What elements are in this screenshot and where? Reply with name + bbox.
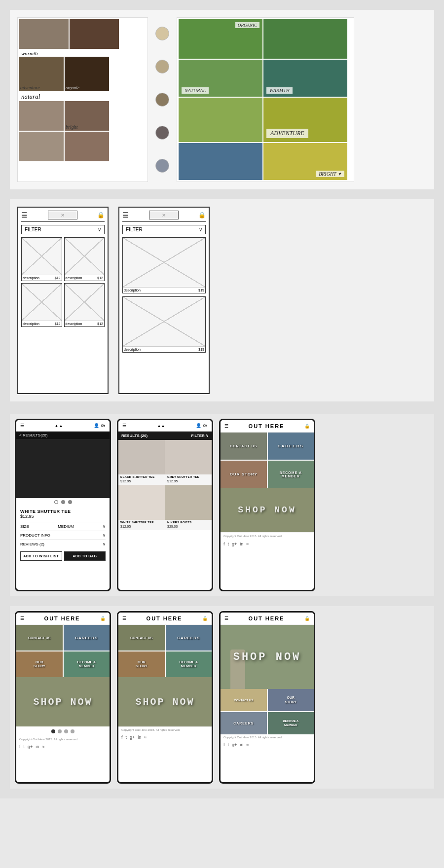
mp2-item-2[interactable]: GREY SHUTTER TEE $12.95 xyxy=(165,440,212,485)
mp2-person-icon[interactable]: 👤 xyxy=(196,423,201,428)
mp3-rss-icon[interactable]: ≈ xyxy=(246,542,249,546)
mp3-shop-now[interactable]: SHOP NOW xyxy=(221,488,314,532)
wf-item-4[interactable]: description $12 xyxy=(64,283,105,327)
mp5-shop-now[interactable]: SHOP NOW xyxy=(118,677,212,726)
mp3-menu-icon[interactable]: ☰ xyxy=(224,424,228,429)
wf-item-3[interactable]: description $12 xyxy=(21,283,62,327)
mp4-rss[interactable]: ≈ xyxy=(42,744,44,749)
mp4-menu-icon[interactable]: ☰ xyxy=(20,616,24,621)
mp6-careers[interactable]: CAREERS xyxy=(221,712,267,734)
mp3-nav-story[interactable]: OUR STORY xyxy=(221,461,267,488)
mp6-tw[interactable]: t xyxy=(228,742,229,747)
mp4-brand: OUT HERE xyxy=(24,615,100,621)
moodboard-right: ORGANIC NATURAL WARMTH ADVENTURE xyxy=(177,17,354,182)
wf2-item-1[interactable]: description $19 xyxy=(122,237,206,293)
mp6-header: ☰ OUT HERE 🔒 xyxy=(221,613,314,625)
mp6-menu-icon[interactable]: ☰ xyxy=(224,616,228,621)
mp4-dot-2[interactable] xyxy=(58,729,62,733)
mp6-contact[interactable]: CONTACT US xyxy=(221,689,267,711)
mp5-rss[interactable]: ≈ xyxy=(144,735,147,740)
wf-filter-bar[interactable]: FILTER ∨ xyxy=(21,225,105,234)
swatch-3 xyxy=(155,93,169,107)
mp6-member[interactable]: BECOME AMEMBER xyxy=(268,712,314,734)
mp1-size-value: MEDIUM xyxy=(58,524,74,529)
mp3-gp-icon[interactable]: g+ xyxy=(232,542,237,546)
swatch-1 xyxy=(155,27,169,40)
mp2-filter-label[interactable]: FILTER ∨ xyxy=(191,434,209,438)
mp1-bag-btn[interactable]: ADD TO BAG xyxy=(64,551,106,561)
mp2-item-1[interactable]: BLACK SHUTTER TEE $12.95 xyxy=(118,440,165,485)
mp5-gp[interactable]: g+ xyxy=(130,735,135,740)
mp6-rss[interactable]: ≈ xyxy=(246,742,249,747)
mp4-dot-1[interactable] xyxy=(51,729,55,733)
mp4-social: f t g+ in ≈ xyxy=(16,742,110,751)
mp3-nav-careers[interactable]: CAREERS xyxy=(268,433,314,460)
wf-item-1[interactable]: description $12 xyxy=(21,237,62,281)
mp4-gp[interactable]: g+ xyxy=(28,744,33,749)
mp1-person-icon[interactable]: 👤 xyxy=(94,423,99,428)
mp5-careers[interactable]: CAREERS xyxy=(166,625,212,651)
wf2-lock-icon: 🔒 xyxy=(198,212,206,218)
mp1-dot-3[interactable] xyxy=(68,500,72,504)
mp5-menu-icon[interactable]: ☰ xyxy=(122,616,126,621)
mp1-dot-2[interactable] xyxy=(61,500,65,504)
mp4-careers[interactable]: CAREERS xyxy=(64,625,110,651)
mp5-tw[interactable]: t xyxy=(126,735,127,740)
mp3-fb-icon[interactable]: f xyxy=(223,542,225,546)
mp4-contact[interactable]: CONTACT US xyxy=(16,625,63,651)
mp1-menu-icon[interactable]: ☰ xyxy=(20,423,24,428)
mp5-story[interactable]: OURSTORY xyxy=(118,651,165,677)
mp1-reviews-row[interactable]: REVIEWS (2) ∨ xyxy=(20,540,106,548)
mp6-our-story[interactable]: OURSTORY xyxy=(268,689,314,711)
mp3-careers-label: CAREERS xyxy=(278,444,304,448)
mp5-in[interactable]: in xyxy=(138,735,141,740)
wireframe-phone-1: ☰ 🔒 FILTER ∨ description $12 xyxy=(17,207,109,394)
mp3-tw-icon[interactable]: t xyxy=(228,542,229,546)
mp4-dot-4[interactable] xyxy=(71,729,74,733)
mp1-info-row[interactable]: PRODUCT INFO ∨ xyxy=(20,531,106,540)
mp5-member[interactable]: BECOME AMEMBER xyxy=(166,651,212,677)
mp4-fb[interactable]: f xyxy=(19,744,21,749)
wf2-filter-bar[interactable]: FILTER ∨ xyxy=(122,225,206,234)
mp4-careers-label: CAREERS xyxy=(75,636,98,640)
mp5-contact[interactable]: CONTACT US xyxy=(118,625,165,651)
wireframe-phone-2: ☰ 🔒 FILTER ∨ description $19 xyxy=(118,207,210,394)
mp5-shop-label: SHOP NOW xyxy=(135,696,194,708)
mb-r-label-adventure: ADVENTURE xyxy=(266,129,308,138)
mp6-shop-label: SHOP NOW xyxy=(233,651,301,663)
mp4-story[interactable]: OURSTORY xyxy=(16,651,63,677)
mp3-nav-contact[interactable]: CONTACT US xyxy=(221,433,267,460)
mp6-shop-section[interactable]: SHOP NOW xyxy=(221,625,314,689)
mb-r-label-warmth: WARMTH xyxy=(266,87,293,94)
mp1-size-row[interactable]: SIZE MEDIUM ∨ xyxy=(20,522,106,531)
mp2-menu-icon[interactable]: ☰ xyxy=(122,423,126,428)
mp2-item-3[interactable]: WHITE SHUTTER TEE $12.95 xyxy=(118,485,165,530)
wf-logo-box xyxy=(48,211,77,219)
mp6-gp[interactable]: g+ xyxy=(232,742,237,747)
wf-price-2: $12 xyxy=(97,276,103,280)
mp5-brand: OUT HERE xyxy=(126,615,202,621)
mb-label-warmth: warmth xyxy=(19,50,146,57)
wf2-item-2[interactable]: description $19 xyxy=(122,296,206,353)
mp2-bag-icon[interactable]: 🛍 xyxy=(203,423,208,428)
mp4-in[interactable]: in xyxy=(36,744,39,749)
mp4-member[interactable]: BECOME AMEMBER xyxy=(64,651,110,677)
mp4-shop-now[interactable]: SHOP NOW xyxy=(16,677,110,726)
mp6-in[interactable]: in xyxy=(240,742,243,747)
mp1-size-chevron: ∨ xyxy=(103,524,106,529)
mp1-wishlist-btn[interactable]: ADD TO WISH LIST xyxy=(20,551,62,561)
mp1-bag-icon[interactable]: 🛍 xyxy=(101,423,106,428)
mp3-nav-member[interactable]: BECOME AMEMBER xyxy=(268,461,314,488)
mp4-lock-icon: 🔒 xyxy=(100,616,106,621)
moodboard-section: warmth adventure organic natural bright xyxy=(10,10,434,189)
wf-item-2[interactable]: description $12 xyxy=(64,237,105,281)
mp4-dot-3[interactable] xyxy=(64,729,68,733)
mp3-in-icon[interactable]: in xyxy=(240,542,243,546)
mp6-fb[interactable]: f xyxy=(223,742,225,747)
mp5-fb[interactable]: f xyxy=(121,735,123,740)
mp2-item-4[interactable]: HIKERS BOOTS $29.00 xyxy=(165,485,212,530)
mp1-dot-1[interactable] xyxy=(54,500,58,504)
mp1-back-btn[interactable]: < RESULTS(20) xyxy=(16,432,110,439)
mp4-tw[interactable]: t xyxy=(24,744,25,749)
phone-4-nav: ☰ OUT HERE 🔒 CONTACT US CAREERS OURSTORY… xyxy=(15,611,111,784)
